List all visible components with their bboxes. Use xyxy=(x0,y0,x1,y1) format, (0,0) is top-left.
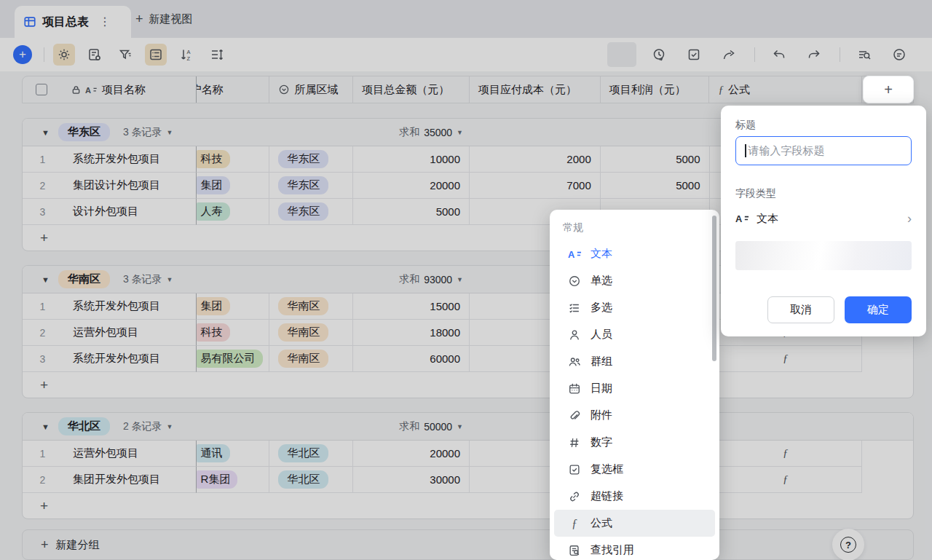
menu-item-number[interactable]: 数字 xyxy=(554,429,715,456)
people-icon xyxy=(568,355,581,368)
menu-item-text[interactable]: A 文本 xyxy=(554,240,715,267)
chevron-right-icon: › xyxy=(907,211,912,226)
field-type-label: 字段类型 xyxy=(735,187,776,200)
menu-item-date[interactable]: 日期 xyxy=(554,375,715,402)
paperclip-icon xyxy=(568,409,581,422)
menu-item-lookup[interactable]: 查找引用 xyxy=(554,537,715,560)
menu-section-label: 常规 xyxy=(550,217,719,240)
text-caret xyxy=(745,144,746,157)
add-field-panel: 标题 请输入字段标题 字段类型 A 文本 › 取消 确定 xyxy=(721,106,926,336)
menu-item-hyperlink[interactable]: 超链接 xyxy=(554,483,715,510)
hash-icon xyxy=(568,436,581,449)
menu-item-multi-select[interactable]: 多选 xyxy=(554,294,715,321)
confirm-button[interactable]: 确定 xyxy=(845,296,912,323)
add-field-button[interactable]: + xyxy=(863,76,914,103)
menu-scrollbar[interactable] xyxy=(712,216,716,361)
menu-item-attachment[interactable]: 附件 xyxy=(554,402,715,429)
blurred-preview-strip xyxy=(735,241,912,270)
field-type-selector[interactable]: A 文本 › xyxy=(735,206,912,231)
field-type-value: 文本 xyxy=(757,212,778,226)
field-type-menu: 常规 A 文本 单选 多选 人员 群组 日期 附件 数字 复选框 超链接 ƒ xyxy=(550,210,719,560)
text-field-icon: A xyxy=(735,213,749,224)
person-icon xyxy=(568,328,581,342)
svg-text:A: A xyxy=(735,213,742,224)
doc-search-icon xyxy=(568,544,581,557)
svg-text:A: A xyxy=(568,248,574,259)
cancel-button[interactable]: 取消 xyxy=(767,296,834,323)
text-field-icon: A xyxy=(568,248,582,260)
menu-item-formula[interactable]: ƒ 公式 xyxy=(554,510,715,537)
menu-item-single-select[interactable]: 单选 xyxy=(554,267,715,294)
menu-item-checkbox[interactable]: 复选框 xyxy=(554,456,715,483)
link-icon xyxy=(568,490,581,503)
formula-icon: ƒ xyxy=(572,517,577,530)
single-select-icon xyxy=(568,275,581,288)
checkbox-icon xyxy=(568,463,581,476)
menu-item-person[interactable]: 人员 xyxy=(554,321,715,348)
field-title-input[interactable]: 请输入字段标题 xyxy=(735,136,912,165)
calendar-icon xyxy=(568,382,581,395)
title-label: 标题 xyxy=(735,119,756,132)
menu-item-group[interactable]: 群组 xyxy=(554,348,715,375)
input-placeholder: 请输入字段标题 xyxy=(749,144,825,158)
multi-select-icon xyxy=(568,301,581,315)
